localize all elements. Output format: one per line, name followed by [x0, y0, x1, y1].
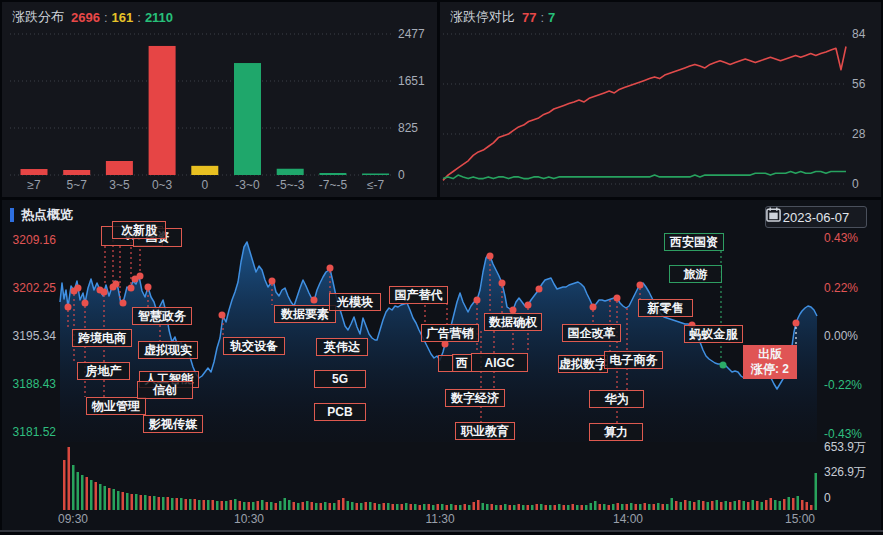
volume-bar: [104, 486, 107, 510]
title-accent-bar: [10, 208, 14, 222]
x-axis-label: 5~7: [67, 178, 88, 192]
volume-bar: [468, 505, 471, 510]
volume-bar: [113, 489, 116, 510]
volume-bar: [815, 473, 818, 510]
volume-bar: [126, 493, 129, 510]
volume-bar: [792, 498, 795, 510]
volume-bar: [504, 504, 507, 510]
volume-bar: [162, 497, 165, 510]
hotspot-tag[interactable]: 虚拟数字: [558, 355, 608, 373]
panel-distribution: 涨跌分布 2696 : 161 : 2110 247716518250≥75~7…: [2, 2, 437, 197]
market-dashboard: 涨跌分布 2696 : 161 : 2110 247716518250≥75~7…: [0, 0, 883, 535]
volume-bar: [666, 504, 669, 510]
pct-axis-label: 0: [824, 491, 831, 505]
price-axis-label: 3202.25: [8, 281, 56, 295]
volume-bar: [446, 505, 449, 510]
event-dot-red: [474, 297, 481, 304]
volume-bar: [500, 505, 503, 510]
volume-bar: [563, 505, 566, 510]
hotspot-tag[interactable]: 虚拟现实: [138, 341, 198, 359]
volume-bar: [788, 497, 791, 510]
time-axis-label: 09:30: [51, 512, 95, 526]
volume-bar: [797, 496, 800, 510]
volume-bar: [270, 502, 273, 510]
hotspot-tag[interactable]: 西: [452, 354, 472, 372]
distribution-bar[interactable]: [319, 173, 346, 175]
hotspot-tag[interactable]: 信创: [137, 381, 193, 399]
hotspot-tag[interactable]: 旅游: [669, 265, 722, 283]
volume-bar: [68, 447, 71, 510]
distribution-title: 涨跌分布: [12, 8, 64, 26]
event-dot-red: [145, 284, 152, 291]
hotspot-tag[interactable]: 数据要素: [274, 305, 336, 323]
volume-bar: [765, 500, 768, 510]
hotspot-tag[interactable]: AIGC: [471, 353, 528, 372]
hotspot-tag[interactable]: 数字经济: [445, 389, 505, 407]
volume-bar: [383, 503, 386, 510]
volume-bar: [540, 504, 543, 510]
volume-bar: [779, 501, 782, 510]
distribution-bar[interactable]: [234, 63, 261, 175]
hotspot-tag[interactable]: 华为: [589, 390, 644, 408]
hotspot-tag[interactable]: 数据确权: [484, 313, 542, 331]
distribution-bar[interactable]: [191, 166, 218, 175]
hotspot-tag[interactable]: 光模块: [329, 293, 381, 311]
volume-bar: [432, 505, 435, 510]
volume-bar: [716, 500, 719, 510]
volume-bar: [675, 501, 678, 510]
event-dot-red: [137, 273, 144, 280]
hotspot-tag[interactable]: 房地产: [77, 362, 130, 380]
hotspot-tag[interactable]: 跨境电商: [72, 329, 132, 347]
distribution-bar[interactable]: [149, 46, 176, 175]
hotspot-tag[interactable]: 次新股: [112, 221, 166, 239]
time-axis-label: 14:00: [606, 512, 650, 526]
event-dot-red: [65, 304, 72, 311]
distribution-bar[interactable]: [277, 169, 304, 175]
hotspot-tag[interactable]: 5G: [314, 370, 366, 388]
event-dot-red: [75, 285, 82, 292]
volume-bar: [671, 498, 674, 510]
volume-bar: [122, 492, 125, 510]
event-dot-red: [793, 320, 800, 327]
hotspot-tag[interactable]: 西安国资: [664, 233, 724, 251]
y-axis-label: 2477: [398, 27, 425, 41]
date-picker[interactable]: 2023-06-07: [765, 206, 867, 228]
distribution-bar[interactable]: [63, 170, 90, 175]
volume-bar: [95, 482, 98, 510]
hotspot-tag[interactable]: 广告营销: [421, 324, 479, 342]
distribution-bar[interactable]: [106, 161, 133, 175]
volume-bar: [306, 501, 309, 510]
x-axis-label: -5~-3: [276, 178, 305, 192]
hotspot-tag[interactable]: 蚂蚁金服: [684, 325, 743, 343]
volume-bar: [693, 502, 696, 510]
flat-count: 161: [112, 10, 134, 25]
hotspot-tag[interactable]: 国产替代: [389, 286, 448, 304]
volume-bar: [801, 500, 804, 510]
hotspot-tag[interactable]: 职业教育: [455, 422, 515, 440]
hotspot-tag[interactable]: 轨交设备: [223, 337, 285, 355]
volume-bar: [486, 504, 489, 510]
volume-bar: [513, 505, 516, 510]
hotspot-tag[interactable]: 国企改革: [562, 324, 621, 342]
volume-bar: [770, 498, 773, 510]
volume-bar: [729, 502, 732, 510]
hotspot-tag[interactable]: 新零售: [638, 299, 693, 317]
hotspot-tag-highlight[interactable]: 出版涨停: 2: [743, 345, 797, 379]
event-dot-red: [311, 297, 318, 304]
x-axis-label: 0~3: [152, 178, 173, 192]
hotspot-tag[interactable]: 物业管理: [86, 397, 146, 415]
hotspot-tag[interactable]: 电子商务: [604, 351, 663, 369]
hotspot-tag[interactable]: 智慧政务: [132, 307, 192, 325]
volume-bar: [491, 504, 494, 510]
volume-bar: [243, 502, 246, 510]
hotspot-tag[interactable]: 影视传媒: [143, 415, 203, 433]
volume-bar: [423, 504, 426, 510]
hotspot-tag[interactable]: PCB: [314, 403, 366, 421]
volume-bar: [747, 502, 750, 510]
distribution-bar[interactable]: [21, 169, 48, 175]
volume-bar: [72, 465, 75, 510]
distribution-bar[interactable]: [362, 174, 389, 176]
hotspot-tag[interactable]: 英伟达: [316, 338, 368, 356]
event-dot-red: [269, 278, 276, 285]
hotspot-tag[interactable]: 算力: [589, 423, 643, 441]
